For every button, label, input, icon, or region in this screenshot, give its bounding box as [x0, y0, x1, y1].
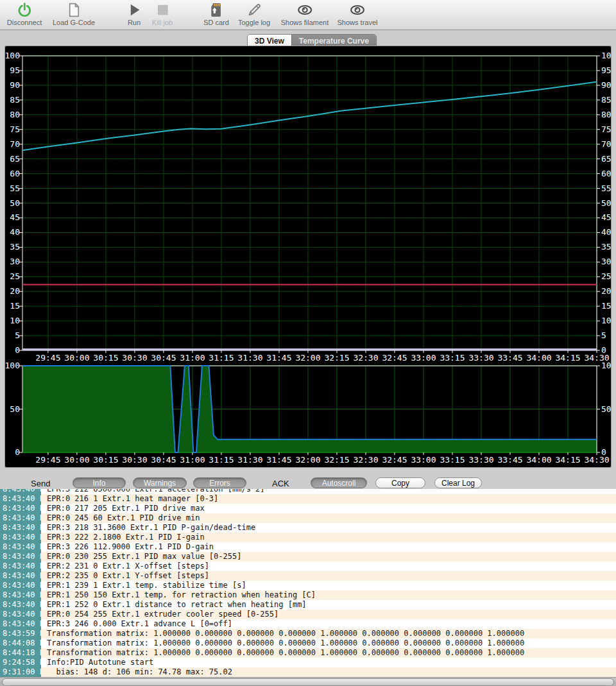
log-timestamp: 8:44:18 PM — [0, 648, 41, 658]
log-row: 8:43:40 PMEPR:0 245 60 Extr.1 PID drive … — [0, 513, 616, 523]
toolbar-label: SD card — [203, 19, 229, 26]
sd-card-button[interactable]: SD card — [203, 2, 229, 26]
svg-text:25: 25 — [601, 271, 611, 281]
log-rows: 8:43:40 PMEPR:3 212 6500.000 Extr.1 acce… — [0, 489, 616, 677]
disconnect-button[interactable]: Disconnect — [7, 2, 42, 26]
log-message: Transformation matrix: 1.000000 0.000000… — [41, 648, 524, 658]
svg-text:32:00: 32:00 — [295, 353, 320, 363]
log-message: bias: 148 d: 106 min: 74.78 max: 75.02 — [41, 667, 232, 677]
svg-text:33:15: 33:15 — [440, 455, 465, 465]
svg-text:50: 50 — [601, 404, 611, 414]
svg-text:85: 85 — [601, 95, 611, 105]
log-toolbar: Send Info Warnings Errors ACK Autoscroll… — [0, 467, 616, 489]
shows-filament-button[interactable]: Shows filament — [281, 2, 329, 26]
log-timestamp: 8:43:40 PM — [0, 542, 41, 552]
sd-card-icon — [209, 2, 225, 18]
log-row: 8:43:40 PMEPR:3 226 112.9000 Extr.1 PID … — [0, 542, 616, 552]
log-timestamp: 8:43:40 PM — [0, 533, 41, 542]
log-view[interactable]: 8:43:40 PMEPR:3 212 6500.000 Extr.1 acce… — [0, 489, 616, 677]
svg-text:50: 50 — [10, 404, 20, 414]
svg-text:32:15: 32:15 — [324, 353, 349, 363]
log-timestamp: 8:43:40 PM — [0, 600, 41, 610]
svg-text:95: 95 — [601, 65, 611, 75]
svg-text:55: 55 — [601, 184, 611, 193]
shows-travel-button[interactable]: Shows travel — [338, 2, 378, 26]
scrollbar-thumb[interactable] — [2, 678, 614, 686]
svg-text:45: 45 — [10, 212, 20, 222]
log-row: 8:43:40 PMEPR:3 222 2.1800 Extr.1 PID I-… — [0, 533, 616, 542]
log-timestamp: 8:43:40 PM — [0, 619, 41, 629]
log-timestamp: 8:43:40 PM — [0, 504, 41, 513]
svg-text:32:15: 32:15 — [324, 455, 349, 465]
log-row: 8:44:18 PMTransformation matrix: 1.00000… — [0, 648, 616, 658]
svg-text:25: 25 — [10, 271, 20, 281]
clear-log-button[interactable]: Clear Log — [434, 477, 482, 488]
svg-text:5: 5 — [601, 330, 606, 340]
svg-text:33:15: 33:15 — [440, 353, 465, 363]
log-message: EPR:1 252 0 Extr.1 distance to retract w… — [41, 600, 307, 610]
toggle-log-button[interactable]: Toggle log — [238, 2, 270, 26]
horizontal-scrollbar[interactable] — [0, 677, 616, 686]
log-message: EPR:0 245 60 Extr.1 PID drive min — [41, 513, 200, 523]
svg-text:95: 95 — [10, 65, 20, 75]
svg-text:50: 50 — [10, 198, 20, 208]
log-timestamp: 8:43:40 PM — [0, 494, 41, 504]
log-message: EPR:3 218 31.3600 Extr.1 PID P-gain/dead… — [41, 523, 255, 533]
svg-text:20: 20 — [10, 286, 20, 296]
svg-text:33:45: 33:45 — [497, 353, 522, 363]
svg-text:30:45: 30:45 — [151, 455, 176, 465]
log-row: 8:43:40 PMEPR:0 216 1 Extr.1 heat manage… — [0, 494, 616, 504]
log-row: 8:44:08 PMTransformation matrix: 1.00000… — [0, 639, 616, 648]
svg-text:29:45: 29:45 — [35, 455, 60, 465]
toolbar-label: Run — [126, 19, 142, 26]
log-message: Info:PID Autotune start — [41, 658, 153, 667]
run-button[interactable]: Run — [126, 2, 142, 26]
log-row: 9:24:58 PMInfo:PID Autotune start — [0, 658, 616, 667]
svg-text:30:00: 30:00 — [64, 455, 89, 465]
log-message: Transformation matrix: 1.000000 0.000000… — [41, 629, 524, 639]
log-timestamp: 9:24:58 PM — [0, 658, 41, 667]
eye-icon — [349, 2, 365, 18]
toolbar-label: Shows filament — [281, 19, 329, 26]
svg-text:80: 80 — [10, 110, 20, 119]
log-row: 8:43:40 PMEPR:2 235 0 Extr.1 Y-offset [s… — [0, 571, 616, 581]
svg-text:65: 65 — [601, 154, 611, 164]
svg-text:31:45: 31:45 — [266, 455, 291, 465]
svg-text:34:15: 34:15 — [555, 353, 580, 363]
log-timestamp: 8:43:40 PM — [0, 552, 41, 562]
copy-button[interactable]: Copy — [375, 477, 425, 488]
svg-text:31:45: 31:45 — [266, 353, 291, 363]
svg-text:10: 10 — [601, 316, 611, 325]
kill-job-button[interactable]: Kill job — [152, 2, 173, 26]
info-toggle[interactable]: Info — [73, 477, 126, 488]
svg-text:31:00: 31:00 — [180, 353, 205, 363]
svg-text:15: 15 — [601, 301, 611, 311]
autoscroll-toggle[interactable]: Autoscroll — [311, 477, 367, 488]
log-timestamp: 8:43:40 PM — [0, 571, 41, 581]
svg-text:100: 100 — [601, 51, 611, 60]
svg-text:65: 65 — [10, 154, 20, 164]
log-message: EPR:3 246 0.000 Extr.1 advance L [0=off] — [41, 619, 232, 629]
svg-text:33:00: 33:00 — [411, 353, 436, 363]
svg-text:20: 20 — [601, 286, 611, 296]
log-row: 8:43:40 PMEPR:0 230 255 Extr.1 PID max v… — [0, 552, 616, 562]
load-gcode-button[interactable]: Load G-Code — [53, 2, 95, 26]
warnings-toggle[interactable]: Warnings — [133, 477, 187, 488]
log-row: 8:43:40 PMEPR:3 218 31.3600 Extr.1 PID P… — [0, 523, 616, 533]
errors-toggle[interactable]: Errors — [193, 477, 246, 488]
toolbar-label: Kill job — [152, 19, 173, 26]
log-message: EPR:1 239 1 Extr.1 temp. stabilize time … — [41, 581, 246, 590]
log-message: EPR:1 250 150 Extr.1 temp. for retractio… — [41, 590, 316, 600]
svg-text:40: 40 — [601, 227, 611, 237]
svg-text:0: 0 — [15, 447, 20, 457]
svg-text:0: 0 — [15, 345, 20, 355]
ack-label[interactable]: ACK — [272, 479, 289, 488]
svg-text:5: 5 — [15, 330, 20, 340]
log-message: EPR:0 217 205 Extr.1 PID drive max — [41, 504, 205, 513]
svg-text:30: 30 — [601, 257, 611, 266]
log-timestamp: 8:44:08 PM — [0, 639, 41, 648]
send-label[interactable]: Send — [31, 479, 50, 488]
svg-text:34:30: 34:30 — [584, 455, 609, 465]
log-row: 8:43:40 PMEPR:2 231 0 Extr.1 X-offset [s… — [0, 562, 616, 571]
svg-text:30:30: 30:30 — [122, 455, 147, 465]
